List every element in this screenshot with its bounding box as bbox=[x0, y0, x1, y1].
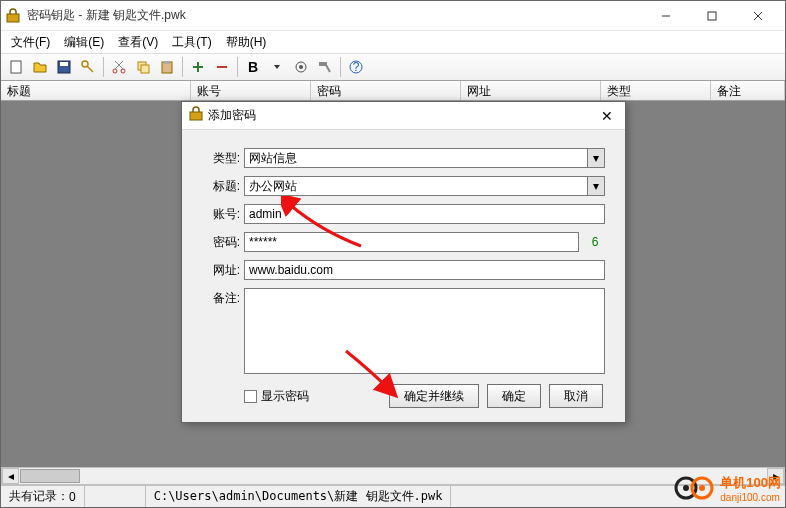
toolbar-separator bbox=[340, 57, 341, 77]
hammer-icon[interactable] bbox=[314, 56, 336, 78]
add-icon[interactable] bbox=[187, 56, 209, 78]
password-length: 6 bbox=[585, 235, 605, 249]
maximize-button[interactable] bbox=[689, 1, 735, 31]
watermark-url: danji100.com bbox=[720, 492, 781, 503]
dropdown-icon[interactable] bbox=[266, 56, 288, 78]
remark-textarea[interactable] bbox=[244, 288, 605, 374]
toolbar-separator bbox=[103, 57, 104, 77]
menu-help[interactable]: 帮助(H) bbox=[220, 32, 273, 53]
title-combo[interactable]: 办公网站 ▾ bbox=[244, 176, 605, 196]
add-password-dialog: 添加密码 ✕ 类型: 网站信息 ▾ 标题: 办公网站 ▾ 账号: admin 密… bbox=[181, 101, 626, 423]
show-password-label: 显示密码 bbox=[261, 388, 309, 405]
scrollbar-thumb[interactable] bbox=[20, 469, 80, 483]
svg-text:?: ? bbox=[353, 60, 360, 74]
open-file-icon[interactable] bbox=[29, 56, 51, 78]
menu-view[interactable]: 查看(V) bbox=[112, 32, 164, 53]
ok-continue-button[interactable]: 确定并继续 bbox=[389, 384, 479, 408]
dialog-title-bar: 添加密码 ✕ bbox=[182, 102, 625, 130]
new-file-icon[interactable] bbox=[5, 56, 27, 78]
cancel-button[interactable]: 取消 bbox=[549, 384, 603, 408]
menu-bar: 文件(F) 编辑(E) 查看(V) 工具(T) 帮助(H) bbox=[1, 31, 785, 53]
dialog-title: 添加密码 bbox=[208, 107, 595, 124]
close-button[interactable] bbox=[735, 1, 781, 31]
key-icon[interactable] bbox=[77, 56, 99, 78]
svg-rect-27 bbox=[190, 112, 202, 120]
svg-rect-15 bbox=[141, 65, 149, 73]
watermark-icon bbox=[674, 473, 714, 503]
status-records: 共有记录： 0 bbox=[1, 486, 85, 507]
type-combo[interactable]: 网站信息 ▾ bbox=[244, 148, 605, 168]
password-value: ****** bbox=[249, 235, 277, 249]
ok-button[interactable]: 确定 bbox=[487, 384, 541, 408]
svg-point-29 bbox=[683, 485, 689, 491]
help-icon[interactable]: ? bbox=[345, 56, 367, 78]
toolbar-separator bbox=[182, 57, 183, 77]
label-account: 账号: bbox=[202, 206, 240, 223]
label-type: 类型: bbox=[202, 150, 240, 167]
svg-rect-17 bbox=[164, 61, 170, 64]
col-password[interactable]: 密码 bbox=[311, 81, 461, 100]
scroll-left-icon[interactable]: ◂ bbox=[2, 468, 19, 484]
col-title[interactable]: 标题 bbox=[1, 81, 191, 100]
dialog-icon bbox=[188, 106, 204, 125]
svg-rect-5 bbox=[11, 61, 21, 73]
label-remark: 备注: bbox=[202, 288, 240, 374]
svg-rect-2 bbox=[708, 12, 716, 20]
settings-icon[interactable] bbox=[290, 56, 312, 78]
bold-icon[interactable]: B bbox=[242, 56, 264, 78]
status-bar: 共有记录： 0 C:\Users\admin\Documents\新建 钥匙文件… bbox=[1, 485, 785, 507]
label-url: 网址: bbox=[202, 262, 240, 279]
dialog-body: 类型: 网站信息 ▾ 标题: 办公网站 ▾ 账号: admin 密码: ****… bbox=[182, 130, 625, 422]
cut-icon[interactable] bbox=[108, 56, 130, 78]
show-password-checkbox[interactable]: 显示密码 bbox=[244, 388, 309, 405]
svg-point-31 bbox=[699, 485, 705, 491]
dialog-close-button[interactable]: ✕ bbox=[595, 108, 619, 124]
app-icon bbox=[5, 8, 21, 24]
save-file-icon[interactable] bbox=[53, 56, 75, 78]
svg-line-9 bbox=[87, 66, 93, 72]
account-input[interactable]: admin bbox=[244, 204, 605, 224]
window-title: 密码钥匙 - 新建 钥匙文件.pwk bbox=[27, 7, 643, 24]
paste-icon[interactable] bbox=[156, 56, 178, 78]
label-title: 标题: bbox=[202, 178, 240, 195]
svg-line-24 bbox=[326, 65, 330, 72]
menu-file[interactable]: 文件(F) bbox=[5, 32, 56, 53]
title-bar: 密码钥匙 - 新建 钥匙文件.pwk bbox=[1, 1, 785, 31]
svg-rect-7 bbox=[60, 62, 68, 66]
minimize-button[interactable] bbox=[643, 1, 689, 31]
status-records-count: 0 bbox=[69, 490, 76, 504]
chevron-down-icon[interactable]: ▾ bbox=[587, 149, 604, 167]
checkbox-icon[interactable] bbox=[244, 390, 257, 403]
horizontal-scrollbar[interactable]: ◂ ▸ bbox=[1, 467, 785, 485]
svg-point-10 bbox=[113, 69, 117, 73]
menu-tools[interactable]: 工具(T) bbox=[166, 32, 217, 53]
toolbar: B ? bbox=[1, 53, 785, 81]
label-password: 密码: bbox=[202, 234, 240, 251]
svg-point-11 bbox=[121, 69, 125, 73]
copy-icon[interactable] bbox=[132, 56, 154, 78]
toolbar-separator bbox=[237, 57, 238, 77]
svg-point-22 bbox=[299, 65, 303, 69]
account-value: admin bbox=[249, 207, 282, 221]
status-path: C:\Users\admin\Documents\新建 钥匙文件.pwk bbox=[145, 486, 452, 507]
delete-icon[interactable] bbox=[211, 56, 233, 78]
watermark-name: 单机100网 bbox=[720, 474, 781, 492]
col-remark[interactable]: 备注 bbox=[711, 81, 785, 100]
password-input[interactable]: ****** bbox=[244, 232, 579, 252]
col-account[interactable]: 账号 bbox=[191, 81, 311, 100]
watermark: 单机100网 danji100.com bbox=[674, 473, 781, 503]
url-value: www.baidu.com bbox=[249, 263, 333, 277]
status-records-label: 共有记录： bbox=[9, 488, 69, 505]
url-input[interactable]: www.baidu.com bbox=[244, 260, 605, 280]
column-headers: 标题 账号 密码 网址 类型 备注 bbox=[1, 81, 785, 101]
chevron-down-icon[interactable]: ▾ bbox=[587, 177, 604, 195]
menu-edit[interactable]: 编辑(E) bbox=[58, 32, 110, 53]
svg-rect-0 bbox=[7, 14, 19, 22]
col-type[interactable]: 类型 bbox=[601, 81, 711, 100]
col-url[interactable]: 网址 bbox=[461, 81, 601, 100]
title-combo-value: 办公网站 bbox=[249, 178, 297, 195]
type-combo-value: 网站信息 bbox=[249, 150, 297, 167]
